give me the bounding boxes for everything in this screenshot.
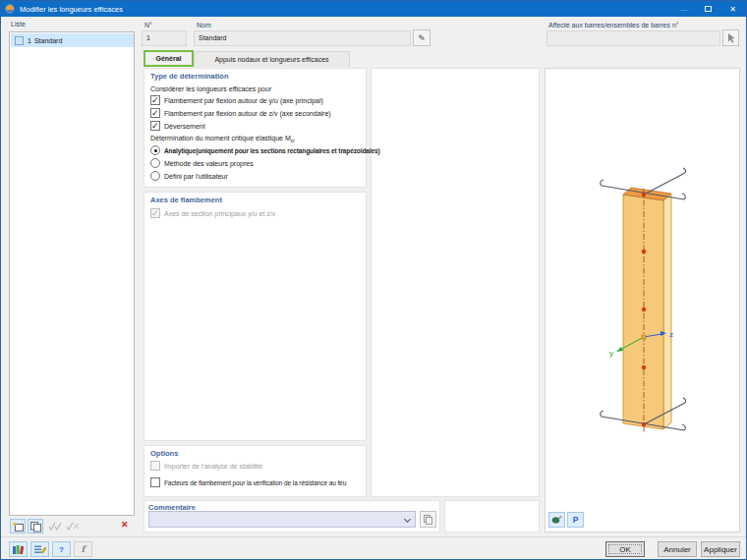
checkbox-label: Flambement par flexion autour de y/u (ax… — [164, 97, 323, 104]
checkbox-label: Flambement par flexion autour de z/v (ax… — [164, 110, 331, 117]
buckling-axes-card — [144, 192, 367, 441]
cancel-label: Annuler — [663, 545, 691, 554]
checkbox-label: Facteurs de flambement pour la vérificat… — [164, 479, 346, 486]
standards-listbox: 1 Standard — [9, 31, 135, 516]
copy-item-button[interactable] — [28, 519, 43, 533]
renumber-button[interactable] — [30, 541, 49, 557]
library-button[interactable] — [9, 541, 28, 557]
comment-manager-button[interactable] — [420, 511, 436, 528]
maximize-icon — [705, 6, 712, 12]
checkbox-flexion-yu[interactable] — [150, 95, 160, 105]
checkbox-label: Déversement — [164, 123, 205, 130]
buckling-axes-heading: Axes de flambement — [150, 196, 222, 204]
radio-row-utilisateur: Défini par l'utilisateur — [150, 171, 228, 181]
checkbox-row-import-stability: Importer de l'analyse de stabilité — [150, 461, 262, 471]
titlebar: Modifier les longueurs efficaces — ✕ — [1, 1, 746, 17]
axis-origin-node — [642, 335, 646, 339]
svg-text:✶: ✶ — [12, 521, 18, 528]
checkbox-deversement[interactable] — [150, 121, 160, 131]
pick-arrow-icon — [726, 32, 736, 43]
number-label: N° — [144, 22, 152, 28]
column-3d-graphic: y z — [546, 69, 739, 532]
column-side-face — [663, 194, 671, 429]
options-heading: Options — [150, 449, 178, 458]
help-button[interactable]: ? — [52, 541, 71, 557]
apply-button[interactable]: Appliquer — [701, 541, 740, 557]
display-properties-button[interactable] — [548, 512, 565, 528]
checkbox-row-section-axes: Axes de section principaux y/u et z/v — [150, 208, 275, 218]
checkbox-label: Axes de section principaux y/u et z/v — [164, 210, 275, 217]
print-icon: P — [573, 515, 579, 525]
function-icon: f — [82, 544, 86, 554]
axis-z-label: z — [669, 330, 673, 339]
footer-divider — [1, 536, 747, 537]
delete-item-button[interactable]: ✕ — [121, 520, 129, 530]
close-button[interactable]: ✕ — [719, 1, 746, 17]
mcr-label: Détermination du moment critique élastiq… — [150, 135, 295, 143]
chevron-down-icon — [404, 516, 411, 523]
list-item-number: 1 — [28, 37, 31, 44]
new-item-button[interactable]: ✶ — [10, 519, 26, 533]
brush-icon — [551, 515, 562, 525]
minimize-button[interactable]: — — [672, 1, 696, 17]
tab-label: Appuis nodaux et longueurs efficaces — [214, 56, 328, 63]
app-icon — [5, 4, 15, 14]
maximize-button[interactable] — [696, 1, 719, 17]
radio-row-valeurs-propres: Méthode des valeurs propres — [150, 158, 254, 168]
pencil-icon: ✎ — [418, 33, 426, 43]
tab-label: Général — [155, 55, 181, 62]
window-controls: — ✕ — [672, 1, 746, 17]
checkbox-fire-resistance[interactable] — [150, 477, 160, 487]
renumber-icon — [33, 544, 46, 555]
select-bars-button[interactable] — [722, 29, 739, 46]
radio-utilisateur[interactable] — [150, 171, 160, 181]
comment-copy-icon — [423, 514, 433, 525]
ok-label: OK — [619, 545, 631, 554]
radio-label: Analytique(uniquement pour les sections … — [164, 147, 380, 154]
ok-button[interactable]: OK — [605, 541, 645, 557]
radio-analytique[interactable] — [150, 145, 160, 155]
checkbox-row-fire-resistance: Facteurs de flambement pour la vérificat… — [150, 477, 346, 487]
assigned-field[interactable] — [546, 30, 720, 46]
list-item-name: Standard — [34, 37, 62, 44]
rename-button[interactable]: ✎ — [413, 29, 431, 46]
name-label: Nom — [197, 22, 211, 28]
radio-row-analytique: Analytique(uniquement pour les sections … — [150, 145, 380, 155]
middle-empty-panel — [371, 68, 540, 497]
radio-label: Défini par l'utilisateur — [164, 173, 228, 180]
tab-appuis-nodaux[interactable]: Appuis nodaux et longueurs efficaces — [194, 51, 350, 67]
checkbox-row-flexion-yu: Flambement par flexion autour de y/u (ax… — [150, 95, 323, 105]
consider-label: Considérer les longueurs efficaces pour — [150, 85, 271, 92]
list-item-standard[interactable]: 1 Standard — [11, 33, 134, 47]
window-title: Modifier les longueurs efficaces — [20, 5, 123, 14]
middle-bottom-panel — [444, 500, 540, 532]
function-button[interactable]: f — [74, 541, 92, 557]
checkbox-flexion-zv[interactable] — [150, 108, 160, 118]
number-field[interactable]: 1 — [142, 30, 187, 46]
name-field[interactable]: Standard — [194, 30, 411, 46]
copy-item-icon — [29, 521, 42, 532]
member-graphic-panel: y z — [545, 68, 740, 532]
cancel-button[interactable]: Annuler — [658, 541, 697, 557]
uncheck-all-icon — [66, 522, 80, 532]
axis-y-label: y — [609, 349, 613, 358]
apply-label: Appliquer — [704, 545, 737, 554]
axis-y-arrow — [616, 347, 623, 352]
radio-valeurs-propres[interactable] — [150, 158, 160, 168]
effective-lengths-dialog: Modifier les longueurs efficaces — ✕ Lis… — [0, 0, 747, 560]
determination-heading: Type de détermination — [150, 72, 228, 81]
tab-general[interactable]: Général — [144, 50, 194, 67]
help-icon: ? — [59, 545, 64, 554]
list-item-icon — [15, 36, 24, 45]
checkbox-label: Importer de l'analyse de stabilité — [164, 463, 262, 470]
assigned-label: Affecté aux barres/ensembles de barres n… — [548, 22, 679, 28]
comment-combobox[interactable] — [148, 511, 416, 528]
checkbox-section-axes — [150, 208, 160, 218]
new-item-icon: ✶ — [12, 521, 25, 532]
checkbox-row-flexion-zv: Flambement par flexion autour de z/v (ax… — [150, 108, 331, 118]
checkbox-row-deversement: Déversement — [150, 121, 205, 131]
radio-label: Méthode des valeurs propres — [164, 160, 254, 167]
print-graphic-button[interactable]: P — [567, 512, 584, 528]
list-label: Liste — [11, 21, 26, 28]
library-icon — [12, 544, 25, 555]
